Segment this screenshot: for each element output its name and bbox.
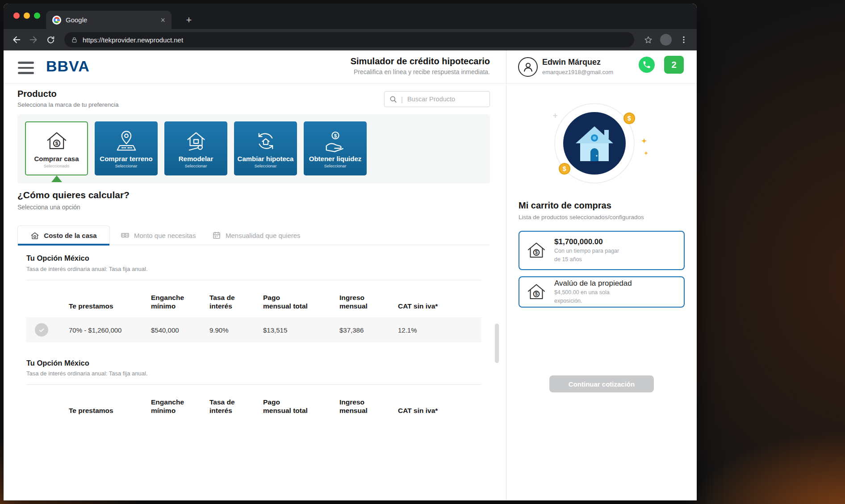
- browser-menu-button[interactable]: [676, 32, 691, 47]
- tab-label: Costo de la casa: [44, 232, 96, 239]
- back-arrow-icon: [12, 35, 21, 45]
- cell-cat: 12.1%: [398, 326, 481, 334]
- bookmark-button[interactable]: [640, 32, 656, 47]
- cart-item-line: Con un tiempo para pagar: [554, 248, 619, 255]
- house-dollar-icon: $: [45, 129, 69, 153]
- svg-text:$: $: [535, 291, 538, 296]
- house-illustration: [563, 112, 626, 175]
- minimize-window-button[interactable]: [24, 12, 30, 19]
- cart-item-line: exposición.: [554, 298, 632, 305]
- url-text: https://tekprovider.newproduct.net: [83, 36, 183, 44]
- tab-monto-que-necesitas[interactable]: Monto que necesitas: [121, 225, 196, 245]
- banknote-icon: [121, 231, 130, 240]
- column-spacer: [26, 415, 69, 417]
- tab-costo-de-la-casa[interactable]: Costo de la casa: [17, 225, 110, 245]
- column-header: Pago mensual total: [263, 294, 339, 312]
- table-header-row: Te prestamos Enganche mínimo Tasa de int…: [26, 286, 481, 312]
- maximize-window-button[interactable]: [34, 12, 40, 19]
- main-column: BBVA Simulador de crédito hipotecario Pr…: [4, 50, 506, 500]
- option-title: Tu Opción México: [26, 359, 89, 367]
- cart-sidebar: Edwin Márquez emarquez1918@gmail.com 2: [506, 50, 697, 500]
- table-row[interactable]: 70% - $1,260,000 $540,000 9.90% $13,515 …: [26, 317, 481, 342]
- product-card-comprar-terreno[interactable]: Comprar terreno Seleccionar: [95, 121, 158, 175]
- coin-icon: $: [559, 163, 570, 175]
- house-refresh-icon: [254, 129, 278, 153]
- column-header: Enganche mínimo: [151, 294, 209, 312]
- kebab-menu-icon: [679, 35, 688, 44]
- tab-title: Google: [66, 16, 154, 24]
- product-card-label: Remodelar: [179, 155, 213, 162]
- calculator-section-title: ¿Cómo quieres calcular?: [17, 190, 130, 200]
- house-dollar-icon: $: [526, 281, 547, 303]
- column-spacer: [26, 310, 69, 312]
- close-window-button[interactable]: [13, 12, 20, 19]
- svg-text:$: $: [55, 140, 58, 146]
- search-divider: |: [401, 96, 403, 103]
- column-header: Te prestamos: [69, 407, 151, 417]
- product-search: |: [384, 91, 490, 107]
- tab-mensualidad-que-quieres[interactable]: Mensualidad que quieres: [212, 225, 301, 245]
- product-card-remodelar[interactable]: Remodelar Seleccionar: [164, 121, 227, 175]
- column-header: Ingreso mensual: [339, 294, 398, 312]
- product-card-cambiar-hipoteca[interactable]: Cambiar hipoteca Seleccionar: [234, 121, 297, 175]
- divider: [26, 280, 481, 280]
- tab-close-icon[interactable]: ×: [159, 15, 167, 25]
- back-button[interactable]: [9, 32, 24, 47]
- page-title: Simulador de crédito hipotecario: [351, 56, 490, 67]
- cart-item[interactable]: $ Avalúo de la propiedad $4,500.00 en un…: [519, 276, 685, 308]
- person-icon: [522, 61, 534, 73]
- divider: [26, 384, 481, 385]
- sparkle-icon: ✦: [641, 137, 647, 145]
- house-graphic: [573, 124, 616, 163]
- product-section-subtitle: Selecciona la marca de tu preferencia: [17, 101, 119, 108]
- user-avatar[interactable]: [518, 57, 538, 77]
- product-card-state: Seleccionar: [115, 163, 138, 168]
- product-card-label: Obtener liquidez: [309, 155, 362, 162]
- whatsapp-button[interactable]: [639, 57, 655, 73]
- browser-profile-avatar[interactable]: [660, 34, 672, 46]
- reload-icon: [46, 35, 55, 45]
- row-check-icon[interactable]: [35, 323, 48, 337]
- hand-coin-icon: $: [323, 129, 347, 153]
- column-header: CAT sin iva*: [398, 407, 481, 417]
- product-card-obtener-liquidez[interactable]: $ Obtener liquidez Seleccionar: [304, 121, 367, 175]
- calendar-icon: [212, 231, 221, 240]
- star-icon: [644, 35, 653, 45]
- sparkle-icon: ✦: [644, 150, 648, 156]
- product-card-comprar-casa[interactable]: $ Comprar casa Seleccionado: [25, 121, 88, 175]
- cart-item-text: Avalúo de la propiedad $4,500.00 en una …: [554, 279, 632, 304]
- cart-count-badge[interactable]: 2: [664, 56, 684, 74]
- product-section-title: Producto: [17, 89, 57, 99]
- cart-item-title: Avalúo de la propiedad: [554, 279, 632, 288]
- window-controls: [13, 12, 40, 19]
- cell-pago-mensual: $13,515: [263, 326, 339, 334]
- google-favicon: [52, 16, 61, 25]
- column-header: Te prestamos: [69, 302, 151, 312]
- page-content: BBVA Simulador de crédito hipotecario Pr…: [4, 50, 697, 500]
- browser-tab[interactable]: Google ×: [46, 11, 172, 29]
- option-subtitle: Tasa de interés ordinaria anual: Tasa fi…: [26, 370, 148, 377]
- cell-tasa-interes: 9.90%: [209, 326, 263, 334]
- tab-label: Mensualidad que quieres: [226, 232, 301, 239]
- new-tab-button[interactable]: +: [182, 13, 196, 27]
- cell-enganche-minimo: $540,000: [151, 326, 209, 334]
- padlock-icon[interactable]: [71, 36, 78, 44]
- product-card-state: Seleccionar: [185, 163, 207, 168]
- phone-icon: [642, 60, 651, 69]
- bbva-logo: BBVA: [46, 58, 90, 75]
- menu-button[interactable]: [18, 62, 34, 74]
- browser-toolbar: https://tekprovider.newproduct.net: [4, 29, 697, 50]
- address-bar[interactable]: https://tekprovider.newproduct.net: [64, 32, 634, 47]
- cart-title: Mi carrito de compras: [519, 200, 611, 211]
- scrollbar-thumb[interactable]: [495, 324, 499, 363]
- profile-header: Edwin Márquez emarquez1918@gmail.com 2: [506, 50, 697, 83]
- product-card-state: Seleccionado: [44, 163, 69, 168]
- cart-item[interactable]: $ $1,700,000.00 Con un tiempo para pagar…: [519, 231, 685, 270]
- search-input[interactable]: [406, 95, 485, 103]
- continue-quote-button[interactable]: Continuar cotización: [549, 375, 654, 392]
- cart-item-text: $1,700,000.00 Con un tiempo para pagar d…: [554, 237, 619, 263]
- reload-button[interactable]: [43, 32, 58, 47]
- forward-button[interactable]: [26, 32, 41, 47]
- simulator-heading: Simulador de crédito hipotecario Precali…: [351, 56, 490, 75]
- column-header: Tasa de interés: [209, 294, 263, 312]
